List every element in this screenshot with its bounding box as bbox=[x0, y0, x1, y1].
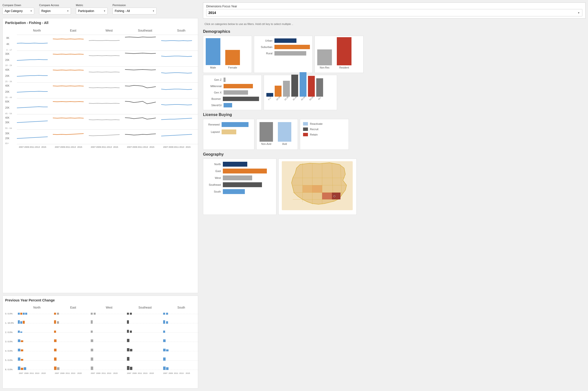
svg-rect-101 bbox=[54, 339, 57, 342]
svg-text:4K: 4K bbox=[6, 43, 9, 46]
svg-rect-93 bbox=[127, 330, 129, 333]
age-18-24-lbl: 18-24 bbox=[276, 96, 281, 101]
svg-text:3.: 3. bbox=[5, 340, 7, 343]
age-0-17-lbl: 0-17 bbox=[268, 97, 272, 101]
svg-text:2007: 2007 bbox=[91, 372, 95, 374]
east-region-bar bbox=[223, 169, 267, 174]
svg-text:2015: 2015 bbox=[150, 146, 154, 148]
wisconsin-map-card[interactable] bbox=[278, 159, 357, 215]
suburban-bar bbox=[274, 45, 310, 49]
svg-rect-177 bbox=[312, 185, 322, 193]
svg-text:35 - 44: 35 - 44 bbox=[5, 96, 12, 98]
west-region-bar bbox=[223, 176, 252, 180]
svg-text:2011: 2011 bbox=[30, 146, 34, 148]
svg-rect-132 bbox=[57, 367, 59, 370]
svg-rect-176 bbox=[322, 193, 332, 199]
genz-label: Gen Z bbox=[206, 78, 222, 81]
compare-down-wrapper[interactable]: Age Category bbox=[2, 7, 34, 14]
svg-rect-110 bbox=[54, 349, 57, 351]
svg-rect-100 bbox=[21, 340, 23, 342]
svg-text:10.0%: 10.0% bbox=[7, 322, 14, 324]
permission-select[interactable]: Fishing - All bbox=[112, 7, 157, 14]
dimension-year-select[interactable]: 2014 bbox=[206, 9, 582, 16]
svg-text:East: East bbox=[70, 306, 76, 309]
svg-rect-91 bbox=[54, 331, 56, 333]
female-bar bbox=[225, 50, 240, 65]
svg-rect-133 bbox=[91, 367, 93, 370]
demographics-section: Demographics Male Female bbox=[203, 29, 586, 110]
age-55-64-lbl: 55-64 bbox=[309, 96, 314, 101]
retain-row: Retain bbox=[303, 133, 346, 136]
py-row-3: 2. 0.0% bbox=[5, 330, 198, 333]
svg-rect-121 bbox=[54, 358, 57, 361]
svg-rect-131 bbox=[54, 367, 57, 370]
col-east: East bbox=[70, 29, 76, 32]
dimension-select-wrapper[interactable]: 2014 bbox=[206, 9, 582, 16]
dimension-focus-label: Dimensions Focus Year bbox=[206, 5, 582, 8]
svg-rect-123 bbox=[127, 357, 129, 361]
region-bars-card[interactable]: North East West Southeast bbox=[203, 159, 276, 215]
svg-text:20K: 20K bbox=[5, 91, 9, 93]
svg-text:8K: 8K bbox=[6, 37, 9, 39]
svg-rect-114 bbox=[163, 349, 166, 351]
genx-row: Gen X bbox=[206, 90, 259, 95]
resident-bars: Non-Res Resident bbox=[317, 38, 361, 70]
svg-text:2013: 2013 bbox=[143, 146, 148, 148]
svg-text:2009: 2009 bbox=[60, 372, 65, 374]
permission-wrapper[interactable]: Fishing - All bbox=[112, 7, 157, 14]
region-bars: North East West Southeast bbox=[206, 162, 273, 194]
permission-label: Permission bbox=[112, 4, 157, 6]
col-west: West bbox=[105, 29, 113, 32]
svg-text:2007: 2007 bbox=[127, 372, 131, 374]
recruit-label: Recruit bbox=[310, 128, 319, 131]
silentgi-bar bbox=[224, 103, 232, 107]
svg-rect-71 bbox=[130, 313, 132, 315]
age-row-35-44: 40K 20K 35 - 44 bbox=[5, 85, 198, 98]
reactivate-swatch bbox=[303, 122, 308, 125]
metric-wrapper[interactable]: Participation bbox=[76, 7, 108, 14]
metric-group: Metric Participation bbox=[76, 4, 108, 14]
renewed-lapsed-card[interactable]: Renewed Lapsed bbox=[203, 119, 254, 150]
age-45-54-lbl: 45-54 bbox=[301, 96, 306, 101]
age-45-54-grp: 45-54 bbox=[300, 72, 307, 99]
compare-down-select[interactable]: Age Category bbox=[2, 7, 34, 14]
svg-text:2007: 2007 bbox=[127, 146, 132, 148]
compare-across-select[interactable]: Region bbox=[39, 7, 71, 14]
svg-text:2011: 2011 bbox=[138, 146, 143, 148]
retain-card[interactable]: Reactivate Recruit Retain bbox=[300, 119, 349, 150]
rural-row: Rural bbox=[256, 51, 310, 56]
southeast-region-label: Southeast bbox=[206, 183, 221, 186]
genz-row: Gen Z bbox=[206, 78, 259, 82]
generation-bars: Gen Z Millennial Gen X Boomer bbox=[206, 78, 259, 107]
svg-text:6.: 6. bbox=[5, 368, 7, 371]
hint-text: Click on categories below to use as filt… bbox=[203, 21, 586, 27]
svg-text:2007: 2007 bbox=[91, 146, 96, 148]
compare-down-group: Compare Down Age Category bbox=[2, 4, 34, 14]
svg-text:South: South bbox=[177, 306, 185, 309]
wisconsin-map-svg bbox=[281, 161, 354, 212]
svg-text:40K: 40K bbox=[5, 116, 9, 119]
metric-select[interactable]: Participation bbox=[76, 7, 108, 14]
svg-text:0.0%: 0.0% bbox=[7, 331, 13, 333]
age-65plus-lbl: 65+ bbox=[318, 97, 322, 100]
south-region-label: South bbox=[206, 190, 221, 193]
svg-text:4.: 4. bbox=[5, 350, 7, 352]
age-45-54-bar bbox=[300, 72, 307, 97]
urban-label: Urban bbox=[256, 39, 272, 42]
svg-rect-92 bbox=[91, 331, 93, 333]
age-row-45-54: 60K 20K 45 - 54 bbox=[5, 100, 198, 115]
svg-text:Southeast: Southeast bbox=[138, 306, 152, 309]
age-35-44-bar bbox=[291, 75, 298, 97]
renewed-lapsed-bars: Renewed Lapsed bbox=[206, 122, 251, 134]
svg-rect-134 bbox=[127, 366, 129, 370]
svg-text:55 - 64: 55 - 64 bbox=[5, 127, 12, 129]
gender-card: Male Female bbox=[203, 36, 252, 73]
svg-rect-94 bbox=[130, 331, 132, 333]
compare-across-wrapper[interactable]: Region bbox=[39, 7, 71, 14]
svg-text:2015: 2015 bbox=[41, 146, 46, 148]
avid-card[interactable]: Non-Avid Avid bbox=[256, 119, 298, 150]
svg-rect-90 bbox=[20, 332, 22, 333]
svg-rect-137 bbox=[166, 367, 168, 370]
controls-bar: Compare Down Age Category Compare Across… bbox=[2, 2, 198, 16]
svg-text:2009: 2009 bbox=[60, 146, 65, 148]
